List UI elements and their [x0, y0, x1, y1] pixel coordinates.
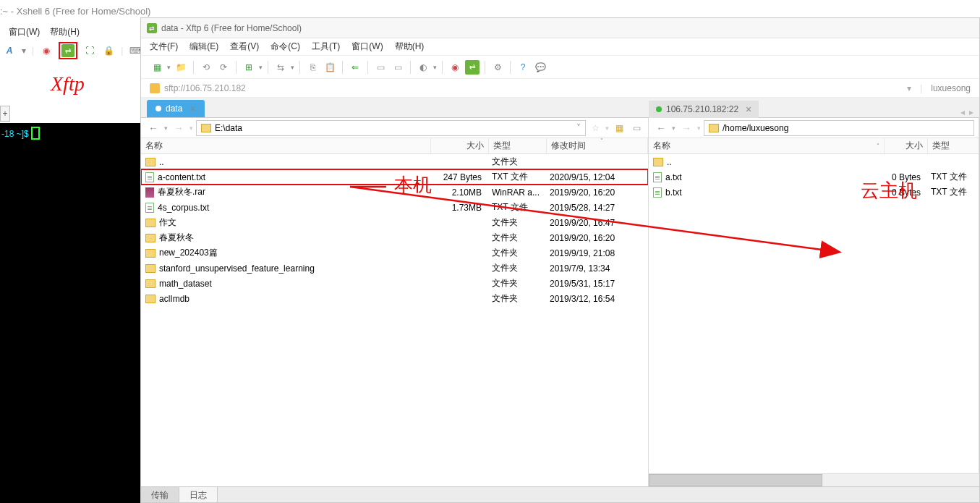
file-row[interactable]: a-content.txt247 BytesTXT 文件2020/9/15, 1… — [141, 169, 648, 185]
copy-icon[interactable]: ⎘ — [305, 60, 320, 75]
file-row[interactable]: stanford_unsupervised_feature_learning文件… — [141, 261, 648, 276]
username-text: luxuesong — [931, 83, 971, 93]
help-icon[interactable]: ? — [516, 60, 530, 75]
local-pane: ←▾ →▾ E:\data ˅ ☆▾ ▦ ▭ 名称 大小 类型 修改时间˅ ..… — [141, 118, 649, 486]
folder-icon — [145, 279, 155, 288]
status-dot-icon — [155, 106, 161, 111]
file-row[interactable]: 4s_corpus.txt1.73MBTXT 文件2019/5/28, 14:2… — [141, 200, 648, 215]
menu-file[interactable]: 文件(F) — [150, 41, 178, 53]
col-name[interactable]: 名称 — [141, 138, 431, 153]
col-type[interactable]: 类型 — [489, 138, 547, 153]
transfer-left-icon[interactable]: ⇐ — [348, 60, 362, 75]
menu-help2[interactable]: 帮助(H) — [395, 41, 425, 53]
xftp-titlebar: ⇄ data - Xftp 6 (Free for Home/School) — [141, 18, 979, 38]
favorite-icon[interactable]: ☆ — [589, 123, 602, 133]
file-row[interactable]: new_202403篇文件夹2019/9/19, 21:08 — [141, 245, 648, 261]
open-icon[interactable]: 📁 — [174, 60, 188, 75]
swirl2-icon[interactable]: ◉ — [448, 60, 462, 75]
col-size[interactable]: 大小 — [431, 138, 489, 153]
xftp-launch-icon[interactable]: ⇄ — [61, 44, 74, 57]
lock2-icon — [150, 83, 160, 93]
forward-button[interactable]: → — [171, 121, 187, 135]
close-icon[interactable]: × — [189, 103, 195, 114]
swirl-icon[interactable]: ◉ — [40, 44, 53, 57]
view2-icon[interactable]: ▭ — [629, 121, 644, 135]
folder2-icon — [709, 124, 719, 132]
tab-prev-icon[interactable]: ◂ — [960, 107, 965, 117]
xftp2-icon[interactable]: ⇄ — [465, 60, 480, 75]
folder-icon — [145, 219, 155, 227]
doc1-icon[interactable]: ▭ — [373, 60, 388, 75]
local-path-input[interactable]: E:\data ˅ — [196, 120, 586, 136]
forward2-button[interactable]: → — [678, 121, 694, 135]
text-file-icon — [653, 187, 662, 198]
new-window-icon[interactable]: ⊞ — [242, 60, 256, 75]
menu-window[interactable]: 窗口(W) — [9, 26, 40, 38]
menu-view[interactable]: 查看(V) — [230, 41, 259, 53]
back2-button[interactable]: ← — [653, 121, 669, 135]
feedback-icon[interactable]: 💬 — [533, 60, 547, 75]
reconnect-icon[interactable]: ⟲ — [199, 60, 213, 75]
col-name-r[interactable]: 名称˄ — [649, 138, 885, 153]
folder-icon — [145, 264, 155, 273]
file-row[interactable]: 作文文件夹2019/9/20, 16:47 — [141, 215, 648, 230]
local-list[interactable]: ..文件夹a-content.txt247 BytesTXT 文件2020/9/… — [141, 154, 648, 486]
xftp-title-text: data - Xftp 6 (Free for Home/School) — [161, 23, 302, 33]
tab-transfer[interactable]: 传输 — [141, 487, 179, 502]
paste-icon[interactable]: 📋 — [323, 60, 337, 75]
xshell-title: :~ - Xshell 6 (Free for Home/School) — [0, 6, 150, 17]
address-text[interactable]: sftp://106.75.210.182 — [164, 83, 246, 93]
col-type-r[interactable]: 类型 — [928, 138, 979, 153]
sort-desc-icon: ˅ — [600, 138, 603, 144]
fullscreen-icon[interactable]: ⛶ — [83, 44, 96, 57]
menu-window2[interactable]: 窗口(W) — [351, 41, 383, 53]
remote-scrollbar[interactable] — [649, 473, 979, 486]
file-row[interactable]: math_dataset文件夹2019/5/31, 15:17 — [141, 276, 648, 291]
remote-path-input[interactable]: /home/luxuesong — [704, 120, 974, 136]
local-list-header: 名称 大小 类型 修改时间˅ — [141, 138, 648, 154]
menu-edit[interactable]: 编辑(E) — [189, 41, 218, 53]
file-row[interactable]: a.txt0 BytesTXT 文件 — [649, 169, 979, 185]
menu-cmd[interactable]: 命令(C) — [270, 41, 300, 53]
tab-remote[interactable]: 106.75.210.182:22 × — [649, 101, 759, 118]
address-dropdown-icon[interactable]: ▾ — [907, 83, 916, 93]
font-icon[interactable]: A — [3, 44, 16, 57]
new-tab-button[interactable]: + — [0, 106, 10, 122]
file-row[interactable]: .. — [649, 154, 979, 169]
xftp-logo-icon: ⇄ — [147, 23, 157, 33]
menu-help[interactable]: 帮助(H) — [50, 26, 80, 38]
folder-icon — [145, 234, 155, 242]
file-row[interactable]: b.txt0 BytesTXT 文件 — [649, 185, 979, 200]
doc2-icon[interactable]: ▭ — [391, 60, 405, 75]
view1-icon[interactable]: ▦ — [612, 121, 626, 135]
file-row[interactable]: aclImdb文件夹2019/3/12, 16:54 — [141, 291, 648, 306]
tab-local[interactable]: data × — [147, 100, 205, 117]
remote-list[interactable]: ..a.txt0 BytesTXT 文件b.txt0 BytesTXT 文件 — [649, 154, 979, 486]
menu-tools[interactable]: 工具(T) — [312, 41, 340, 53]
file-row[interactable]: 春夏秋冬.rar2.10MBWinRAR a...2019/9/20, 16:2… — [141, 185, 648, 200]
back-button[interactable]: ← — [145, 121, 161, 135]
view-icon[interactable]: ◐ — [416, 60, 430, 75]
sort-asc-icon: ˄ — [877, 143, 879, 149]
xftp-toolbar: ▦▾ 📁 ⟲ ⟳ ⊞▾ ⇆▾ ⎘ 📋 ⇐ ▭ ▭ ◐▾ ◉ ⇄ ⚙ ? 💬 — [141, 56, 979, 79]
bottom-tabbar: 传输 日志 — [141, 486, 979, 502]
folder-icon — [145, 158, 155, 166]
file-row[interactable]: 春夏秋冬文件夹2019/9/20, 16:20 — [141, 230, 648, 245]
remote-pane: ←▾ →▾ /home/luxuesong 名称˄ 大小 类型 ..a.txt0… — [649, 118, 979, 486]
col-size-r[interactable]: 大小 — [885, 138, 928, 153]
col-date[interactable]: 修改时间˅ — [547, 138, 648, 153]
xftp-window: ⇄ data - Xftp 6 (Free for Home/School) 文… — [140, 17, 980, 503]
terminal[interactable]: -18 ~]$ — [0, 123, 140, 503]
settings-icon[interactable]: ⚙ — [490, 60, 505, 75]
sync-icon[interactable]: ⇆ — [273, 60, 288, 75]
folder-icon — [145, 249, 155, 258]
status-dot-connected-icon — [656, 106, 662, 112]
file-row[interactable]: ..文件夹 — [141, 154, 648, 169]
new-session-icon[interactable]: ▦ — [150, 60, 164, 75]
lock-icon[interactable]: 🔒 — [102, 44, 115, 57]
path-dropdown-icon[interactable]: ˅ — [576, 123, 581, 133]
tab-log[interactable]: 日志 — [179, 487, 218, 502]
tab-next-icon[interactable]: ▸ — [969, 107, 973, 117]
close2-icon[interactable]: × — [746, 103, 751, 115]
disconnect-icon[interactable]: ⟳ — [216, 60, 231, 75]
